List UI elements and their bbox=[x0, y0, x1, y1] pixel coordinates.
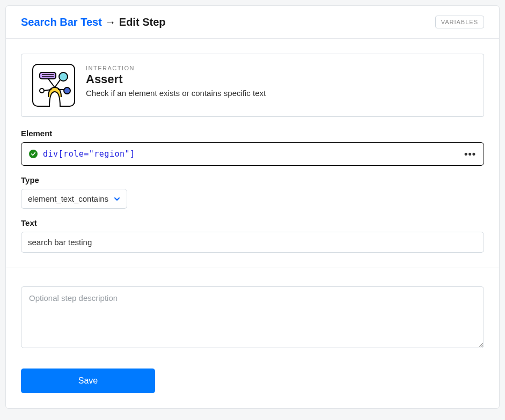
text-label: Text bbox=[21, 218, 484, 227]
type-select-value: element_text_contains bbox=[28, 194, 108, 203]
svg-line-6 bbox=[55, 80, 60, 87]
assert-icon bbox=[32, 64, 75, 107]
save-button[interactable]: Save bbox=[21, 369, 155, 393]
check-circle-icon bbox=[29, 150, 38, 158]
type-select[interactable]: element_text_contains bbox=[21, 189, 127, 209]
svg-point-3 bbox=[59, 72, 68, 81]
interaction-label: INTERACTION bbox=[86, 65, 473, 71]
chevron-down-icon bbox=[114, 196, 120, 202]
variables-button[interactable]: VARIABLES bbox=[435, 16, 484, 28]
card-header: Search Bar Test → Edit Step VARIABLES bbox=[6, 6, 499, 39]
more-horizontal-icon[interactable]: ••• bbox=[464, 149, 476, 159]
card-body: INTERACTION Assert Check if an element e… bbox=[6, 39, 499, 268]
interaction-meta: INTERACTION Assert Check if an element e… bbox=[86, 64, 473, 98]
edit-step-card: Search Bar Test → Edit Step VARIABLES bbox=[5, 5, 500, 409]
description-textarea[interactable] bbox=[21, 286, 484, 348]
text-input[interactable] bbox=[21, 232, 484, 253]
breadcrumb-arrow-icon: → bbox=[105, 16, 116, 28]
element-selector-value: div[role="region"] bbox=[43, 149, 135, 159]
interaction-description: Check if an element exists or contains s… bbox=[86, 89, 473, 98]
svg-rect-0 bbox=[40, 72, 56, 79]
interaction-title: Assert bbox=[86, 72, 473, 86]
type-label: Type bbox=[21, 175, 484, 185]
breadcrumb: Search Bar Test → Edit Step bbox=[21, 16, 165, 28]
breadcrumb-current: Edit Step bbox=[119, 16, 166, 28]
element-selector-input[interactable]: div[role="region"] ••• bbox=[21, 142, 484, 166]
svg-point-4 bbox=[64, 87, 70, 94]
breadcrumb-parent-link[interactable]: Search Bar Test bbox=[21, 16, 102, 28]
element-value-wrap: div[role="region"] bbox=[29, 149, 135, 159]
footer-section: Save bbox=[6, 268, 499, 408]
interaction-panel: INTERACTION Assert Check if an element e… bbox=[21, 54, 484, 117]
svg-point-5 bbox=[40, 89, 44, 93]
element-label: Element bbox=[21, 129, 484, 138]
svg-line-7 bbox=[48, 79, 55, 87]
